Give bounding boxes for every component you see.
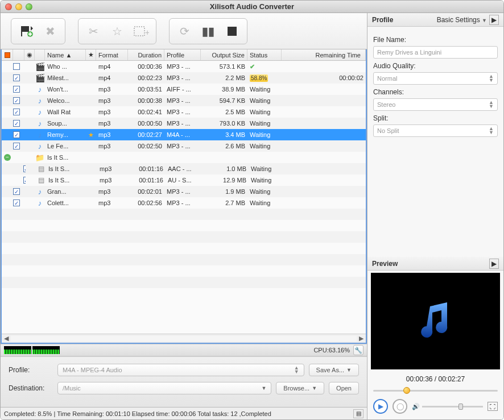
fullscreen-button[interactable]: ⛶ (488, 402, 498, 411)
profile-panel-header: Profile Basic Settings ▼ ▶ (367, 13, 503, 27)
preview-time: 00:00:36 / 00:02:27 (371, 375, 500, 383)
table-row-empty (2, 209, 366, 220)
table-row[interactable]: ✓♪Won't...mp300:03:51AIFF - ...38.9 MBWa… (2, 84, 366, 95)
cpu-settings-button[interactable]: 🔧 (353, 345, 363, 355)
table-row[interactable]: ✓♪Le Fe...mp300:02:50MP3 - ...2.6 MBWait… (2, 140, 366, 152)
row-checkbox[interactable]: ✓ (13, 131, 20, 138)
volume-slider[interactable] (422, 406, 483, 407)
col-format[interactable]: Format (96, 49, 128, 60)
collapse-icon[interactable]: − (4, 154, 11, 161)
refresh-button[interactable]: ⟳ (174, 22, 195, 40)
expand-profile-button[interactable]: ▶ (489, 15, 499, 25)
row-checkbox[interactable]: ✓ (13, 199, 20, 206)
row-checkbox[interactable]: ✓ (13, 109, 20, 115)
table-row[interactable]: ✓▤Is It S...mp300:01:16AU - S...12.9 MBW… (2, 174, 366, 186)
file-table: ◉ Name ▲ ★ Format Duration Profile Outpu… (1, 49, 367, 344)
svg-text:+: + (145, 28, 149, 37)
table-header: ◉ Name ▲ ★ Format Duration Profile Outpu… (2, 49, 366, 61)
stop-button[interactable] (222, 22, 242, 40)
preview-canvas (371, 273, 500, 369)
table-row[interactable]: ✓♪Soup...mp300:00:50MP3 - ...793.0 KBWai… (2, 118, 366, 129)
col-duration[interactable]: Duration (128, 49, 164, 60)
volume-icon: 🔊 (412, 403, 420, 410)
preview-panel-header: Preview ▶ (367, 257, 503, 271)
table-row-empty (2, 265, 366, 277)
browse-button[interactable]: Browse... ▼ (276, 382, 324, 394)
preview-stop-button[interactable]: ◯ (393, 399, 407, 414)
pause-button[interactable]: ▮▮ (198, 22, 218, 40)
channels-select[interactable]: Stereo▲▼ (373, 98, 498, 111)
file-name-input[interactable] (373, 46, 498, 59)
destination-select[interactable]: /Music▼ (57, 382, 271, 394)
row-checkbox[interactable]: ✓ (13, 120, 20, 127)
horizontal-scrollbar[interactable]: ◀▶ (2, 334, 366, 343)
select-all-checkbox[interactable] (5, 52, 10, 58)
table-row[interactable]: ✓♪Wall Ratmp300:02:41MP3 - ...2.5 MBWait… (2, 106, 366, 118)
play-button[interactable]: ▶ (373, 399, 388, 414)
table-row[interactable]: −📁Is It S... (2, 152, 366, 163)
table-row-empty (2, 243, 366, 254)
col-name[interactable]: Name ▲ (45, 49, 86, 60)
channels-label: Channels: (373, 88, 498, 96)
titlebar: Xilisoft Audio Converter (1, 1, 503, 13)
remove-file-button[interactable]: ✖ (40, 22, 60, 40)
cpu-graph-icon (4, 346, 31, 354)
log-button[interactable]: ▤ (353, 409, 363, 418)
destination-label: Destination: (9, 384, 53, 392)
col-output-size[interactable]: Output Size (201, 49, 247, 60)
table-row-empty (2, 231, 366, 243)
table-row[interactable]: ✓♪Colett...mp300:02:56MP3 - ...2.7 MBWai… (2, 197, 366, 209)
table-row[interactable]: ✓♪Welco...mp300:00:38MP3 - ...594.7 KBWa… (2, 95, 366, 106)
open-button[interactable]: Open (329, 382, 359, 394)
window-title: Xilisoft Audio Converter (1, 2, 503, 11)
table-row-empty (2, 254, 366, 265)
profile-select[interactable]: M4A - MPEG-4 Audio▲▼ (57, 364, 304, 376)
status-done-icon: ✔ (250, 63, 255, 70)
table-row-empty (2, 220, 366, 231)
favorite-button[interactable]: ☆ (107, 22, 127, 40)
table-row[interactable]: ✓♪Gran...mp300:02:01MP3 - ...1.9 MBWaiti… (2, 186, 366, 197)
cpu-bar: CPU:63.16% 🔧 (1, 344, 367, 356)
row-checkbox[interactable] (13, 63, 20, 70)
row-checkbox[interactable]: ✓ (13, 188, 20, 195)
col-status[interactable]: Status (247, 49, 282, 60)
profile-label: Profile: (9, 366, 53, 374)
audio-quality-label: Audio Quality: (373, 62, 498, 70)
toolbar: ✖ ✂ ☆ + ⟳ ▮▮ (1, 13, 367, 49)
save-as-button[interactable]: Save As... ▼ (309, 364, 359, 376)
audio-quality-select[interactable]: Normal▲▼ (373, 72, 498, 85)
table-row[interactable]: ✓♪Remy...★mp300:02:27M4A - ...3.4 MBWait… (2, 129, 366, 140)
cpu-graph-icon (32, 346, 60, 354)
basic-settings-dropdown[interactable]: Basic Settings ▼ (437, 16, 487, 24)
svg-rect-1 (134, 27, 144, 36)
table-row[interactable]: 🎬Who ...mp400:00:36MP3 - ...573.1 KB✔ (2, 61, 366, 72)
col-star[interactable]: ★ (86, 49, 96, 60)
row-checkbox[interactable]: ✓ (13, 97, 20, 104)
status-text: Completed: 8.5% | Time Remaining: 00:01:… (4, 410, 271, 417)
output-settings: Profile: M4A - MPEG-4 Audio▲▼ Save As...… (1, 356, 367, 407)
music-note-icon (413, 298, 458, 344)
add-file-button[interactable] (16, 22, 36, 40)
file-name-label: File Name: (373, 36, 498, 44)
split-select[interactable]: No Split▲▼ (373, 124, 498, 137)
status-bar: Completed: 8.5% | Time Remaining: 00:01:… (1, 407, 367, 419)
col-profile[interactable]: Profile (164, 49, 201, 60)
preview-seek-slider[interactable] (373, 386, 498, 394)
table-row-empty (2, 277, 366, 288)
col-remaining[interactable]: Remaining Time (282, 49, 366, 60)
table-row[interactable]: ✓▤Is It S...mp300:01:16AAC - ...1.0 MBWa… (2, 163, 366, 174)
col-playing[interactable]: ◉ (24, 49, 35, 60)
row-checkbox[interactable]: ✓ (13, 143, 20, 149)
row-checkbox[interactable]: ✓ (13, 86, 20, 93)
status-progress: 58.8% (250, 74, 268, 82)
split-label: Split: (373, 114, 498, 122)
add-clip-button[interactable]: + (131, 22, 151, 40)
cut-button[interactable]: ✂ (83, 22, 104, 40)
row-checkbox[interactable]: ✓ (13, 74, 20, 81)
table-row[interactable]: ✓🎬Milest...mp400:02:23MP3 - ...2.2 MB58.… (2, 72, 366, 84)
expand-preview-button[interactable]: ▶ (489, 259, 499, 269)
star-icon: ★ (88, 131, 94, 139)
